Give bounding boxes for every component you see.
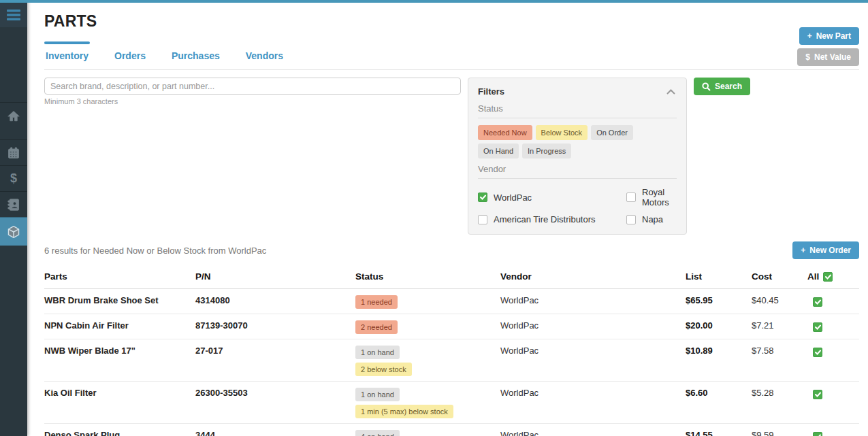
vendor-checkbox[interactable] [626, 215, 636, 224]
table-row[interactable]: WBR Drum Brake Shoe Set 4314080 1 needed… [44, 289, 859, 314]
list-price: $65.95 [686, 289, 752, 314]
search-button-label: Search [715, 82, 742, 91]
dollar-icon: $ [10, 171, 17, 186]
row-checkbox[interactable] [813, 297, 822, 307]
vendor-name: WorldPac [500, 424, 686, 436]
status-cell: 1 on hand 1 min (5 max) below stock [355, 382, 500, 424]
vendor-option-label: Napa [642, 214, 663, 224]
new-order-button[interactable]: + New Order [792, 241, 859, 259]
table-row[interactable]: NWB Wiper Blade 17" 27-017 1 on hand 2 b… [44, 339, 859, 382]
vendor-option[interactable]: Napa [626, 214, 677, 224]
header-actions: + New Part $ Net Value [797, 27, 859, 66]
part-name: NPN Cabin Air Filter [44, 320, 190, 331]
plus-icon: + [801, 246, 805, 255]
part-number: 3444 [195, 424, 355, 436]
status-filter-chip[interactable]: On Order [591, 125, 633, 140]
row-checkbox[interactable] [813, 322, 822, 332]
table-row[interactable]: Kia Oil Filter 26300-35503 1 on hand 1 m… [44, 382, 859, 424]
check-icon [825, 274, 831, 280]
status-cell: 2 needed [355, 314, 500, 339]
status-badge: 1 min (5 max) below stock [355, 405, 453, 418]
search-input[interactable] [44, 78, 461, 95]
status-badge: 2 below stock [355, 363, 412, 376]
parts-table: Parts P/N Status Vendor List Cost All [44, 265, 859, 436]
select-all-checkbox[interactable] [823, 272, 833, 282]
vendor-option-label: WorldPac [494, 192, 532, 203]
status-badge: 4 on hand [355, 430, 400, 436]
vendor-name: WorldPac [500, 289, 686, 314]
address-book-icon [7, 199, 20, 211]
status-filter-chip[interactable]: Below Stock [536, 125, 588, 140]
vendor-checkbox[interactable] [478, 215, 487, 224]
tab-label: Inventory [46, 50, 89, 61]
tab-label: Purchases [172, 50, 220, 61]
cost-price: $9.59 [752, 424, 807, 436]
status-filter-chip[interactable]: Needed Now [478, 125, 532, 140]
all-label: All [807, 271, 819, 282]
status-badge: 2 needed [355, 320, 398, 334]
search-button[interactable]: Search [694, 78, 750, 95]
check-icon [815, 299, 821, 305]
top-accent-bar [0, 0, 868, 3]
vendor-option[interactable]: Royal Motors [626, 187, 677, 207]
status-filter-chip[interactable]: On Hand [478, 144, 519, 158]
status-badge: 1 on hand [355, 388, 400, 401]
table-row[interactable]: Denso Spark Plug 3444 4 on hand 8 in pro… [44, 424, 859, 436]
vendor-filter-label: Vendor [478, 164, 677, 179]
vendor-option[interactable]: WorldPac [478, 187, 626, 207]
tab[interactable]: Vendors [244, 41, 285, 69]
status-filter-options: Needed Now Below Stock On Order On Hand … [478, 125, 677, 158]
list-price: $6.60 [686, 382, 752, 424]
filters-title: Filters [478, 86, 504, 97]
row-checkbox[interactable] [813, 432, 822, 436]
status-badge: 1 needed [355, 295, 398, 309]
status-filter-chip[interactable]: In Progress [522, 144, 571, 158]
collapse-filters-button[interactable] [665, 85, 677, 98]
sidebar-item-calendar[interactable] [0, 139, 27, 165]
column-header-cost: Cost [752, 265, 807, 289]
vendor-checkbox[interactable] [478, 192, 487, 202]
filters-panel: Filters Status Needed Now Below Stock On… [468, 78, 687, 235]
status-cell: 1 on hand 2 below stock [355, 339, 500, 382]
row-checkbox[interactable] [813, 348, 822, 357]
vendor-checkbox[interactable] [626, 192, 636, 202]
sidebar-item-parts[interactable] [0, 217, 27, 246]
tab[interactable]: Purchases [170, 41, 221, 69]
dollar-icon: $ [805, 52, 810, 62]
column-header-vendor: Vendor [500, 265, 686, 289]
table-row[interactable]: NPN Cabin Air Filter 87139-30070 2 neede… [44, 314, 859, 339]
check-icon [815, 324, 821, 330]
row-checkbox[interactable] [813, 390, 822, 399]
check-icon [480, 195, 486, 200]
tab[interactable]: Inventory [44, 41, 90, 69]
sidebar-item-menu[interactable] [0, 3, 27, 27]
results-summary: 6 results for Needed Now or Below Stock … [44, 246, 266, 256]
column-header-list: List [686, 265, 752, 289]
vendor-option-label: American Tire Distributors [494, 214, 596, 224]
sidebar-item-payments[interactable]: $ [0, 165, 27, 191]
net-value-label: Net Value [814, 52, 851, 62]
new-part-button[interactable]: + New Part [799, 27, 859, 45]
column-header-parts: Parts [44, 265, 195, 289]
vendor-name: WorldPac [500, 339, 686, 382]
list-price: $20.00 [686, 314, 752, 339]
status-badge: 1 on hand [355, 346, 400, 359]
search-hint: Minimum 3 characters [44, 97, 461, 105]
hamburger-icon [7, 10, 20, 20]
results-row: 6 results for Needed Now or Below Stock … [44, 241, 859, 259]
net-value-button[interactable]: $ Net Value [797, 48, 859, 66]
list-price: $14.55 [686, 424, 752, 436]
part-name: WBR Drum Brake Shoe Set [44, 295, 190, 305]
sidebar-item-contacts[interactable] [0, 191, 27, 217]
status-filter-label: Status [478, 103, 677, 118]
tab[interactable]: Orders [113, 41, 147, 69]
tab-label: Vendors [246, 50, 283, 61]
plus-icon: + [807, 31, 812, 41]
part-number: 27-017 [195, 339, 355, 382]
vendor-option[interactable]: American Tire Distributors [478, 214, 626, 224]
sidebar: $ [0, 0, 27, 436]
sidebar-item-home[interactable] [0, 102, 27, 129]
status-cell: 4 on hand 8 in progress 4 min (20 max) b… [355, 424, 500, 436]
column-header-pn: P/N [195, 265, 355, 289]
part-name: Kia Oil Filter [44, 388, 190, 398]
